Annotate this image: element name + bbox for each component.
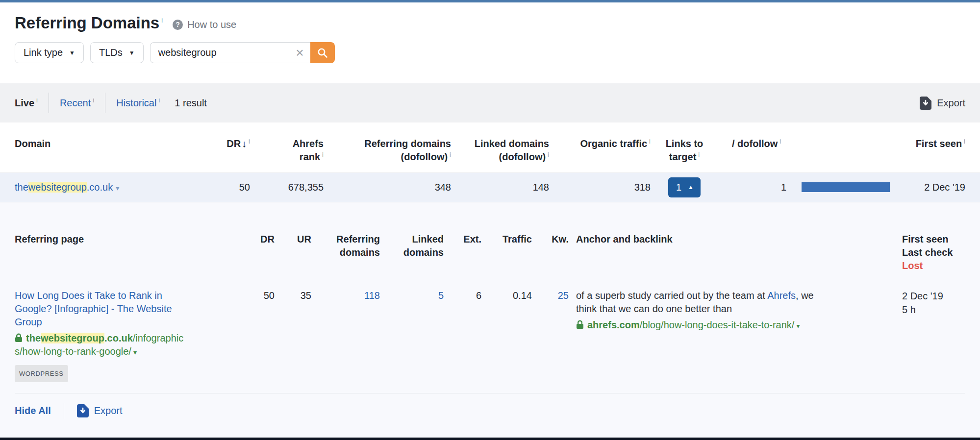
search-icon	[317, 47, 328, 59]
links-toggle-badge[interactable]: 1▲	[668, 177, 701, 197]
info-icon: i	[964, 138, 965, 145]
backlink-caret-icon[interactable]: ▾	[796, 322, 800, 330]
links-to-target-cell: 1▲	[651, 172, 718, 202]
dropdown-caret-icon: ▼	[69, 49, 75, 56]
tlds-label: TLDs	[99, 47, 123, 58]
dropdown-caret-icon: ▼	[129, 49, 135, 56]
how-to-use-label: How to use	[187, 19, 236, 30]
tab-live-label: Live	[15, 98, 34, 108]
linked-domains-value[interactable]: 5	[438, 290, 444, 301]
info-icon: i	[779, 138, 781, 145]
tab-divider	[105, 93, 105, 113]
footer-divider	[64, 403, 64, 419]
referring-page-cell: How Long Does it Take to Rank in Google?…	[0, 287, 221, 382]
linked-domains-link: 5	[380, 287, 444, 382]
backlink-path: /blog/how-long-does-it-take-to-rank/	[640, 319, 795, 330]
how-to-use-link[interactable]: ? How to use	[173, 19, 236, 30]
domain-caret-icon[interactable]: ▾	[116, 184, 119, 192]
col-header-first-seen[interactable]: First seenLast checkLost	[902, 202, 980, 287]
col-header-links-to-target[interactable]: Links totargeti	[651, 122, 718, 172]
col-header-referring-domains[interactable]: Referringdomains	[311, 202, 380, 287]
domain-cell: thewebsitegroup.co.uk▾	[0, 172, 221, 202]
domain-highlight: websitegroup	[28, 182, 87, 193]
kw-value[interactable]: 25	[558, 290, 569, 301]
tab-recent-label: Recent	[60, 98, 91, 108]
header-line: Referring domains	[324, 137, 451, 150]
col-header-ur[interactable]: UR	[275, 202, 311, 287]
search-input[interactable]	[150, 42, 310, 63]
link-type-dropdown[interactable]: Link type ▼	[15, 42, 84, 63]
header-line: Last check	[902, 246, 980, 259]
dofollow-ratio-bar	[802, 182, 890, 192]
anchor-text: of a superb study carried out by the tea…	[576, 290, 767, 301]
page-header: Referring Domainsi ? How to use	[0, 2, 980, 32]
col-header-domain[interactable]: Domain	[0, 122, 221, 172]
domain-row: thewebsitegroup.co.uk▾ 50 678,355 348 14…	[0, 172, 980, 202]
col-header-dr[interactable]: DR	[221, 202, 275, 287]
referring-page-link[interactable]: How Long Does it Take to Rank in Google?…	[15, 289, 187, 329]
header-line: Links to	[651, 137, 718, 150]
col-header-ahrefs-rank[interactable]: Ahrefsranki	[250, 122, 324, 172]
col-header-linked-domains[interactable]: Linked domains(dofollow)i	[451, 122, 549, 172]
header-line: target	[669, 151, 697, 162]
url-caret-icon[interactable]: ▾	[133, 348, 137, 356]
linked-domains-value: 148	[451, 172, 549, 202]
header-line: (dofollow)	[401, 151, 448, 162]
tab-historical-label: Historical	[116, 98, 156, 108]
clear-icon[interactable]: ×	[296, 46, 303, 60]
links-count: 1	[676, 182, 681, 192]
col-header-first-seen[interactable]: First seeni	[900, 122, 980, 172]
header-line: Ahrefs	[250, 137, 324, 150]
referring-domains-value[interactable]: 118	[364, 290, 380, 301]
traffic-value: 0.14	[481, 287, 532, 382]
col-header-ratio-bar	[789, 122, 900, 172]
domain-link[interactable]: thewebsitegroup.co.uk	[15, 182, 113, 193]
ratio-bar-cell	[789, 172, 900, 202]
col-header-dofollow[interactable]: / dofollowi	[718, 122, 789, 172]
header-line: Referring	[311, 233, 380, 246]
mode-tabbar: Livei Recenti Historicali 1 result Expor…	[0, 83, 980, 122]
footer-export-button[interactable]: Export	[77, 404, 123, 417]
export-icon	[77, 404, 89, 417]
tab-recent[interactable]: Recenti	[60, 98, 94, 109]
export-icon	[920, 97, 931, 110]
col-header-dr[interactable]: DR↓i	[221, 122, 250, 172]
col-header-traffic[interactable]: Traffic	[481, 202, 532, 287]
col-header-anchor[interactable]: Anchor and backlink	[569, 202, 902, 287]
kw-link: 25	[532, 287, 569, 382]
col-header-linked-domains[interactable]: Linkeddomains	[380, 202, 444, 287]
tab-live[interactable]: Livei	[15, 98, 38, 109]
info-icon: i	[161, 17, 163, 24]
col-header-referring-domains[interactable]: Referring domains(dofollow)i	[324, 122, 451, 172]
url-text: .co.uk	[104, 333, 133, 343]
results-count: 1 result	[175, 98, 207, 109]
ur-value: 35	[275, 287, 311, 382]
header-line: Linked	[380, 233, 444, 246]
organic-traffic-value: 318	[549, 172, 651, 202]
export-button[interactable]: Export	[920, 97, 965, 110]
tlds-dropdown[interactable]: TLDs ▼	[90, 42, 144, 63]
col-header-kw[interactable]: Kw.	[532, 202, 569, 287]
header-line: First seen	[902, 233, 980, 246]
info-icon: i	[649, 138, 651, 145]
ext-value: 6	[444, 287, 481, 382]
anchor-backlink-cell: of a superb study carried out by the tea…	[569, 287, 902, 382]
first-seen-cell: 2 Dec '19 5 h	[902, 287, 980, 382]
header-line: Linked domains	[451, 137, 549, 150]
search-button[interactable]	[310, 42, 335, 63]
tab-historical[interactable]: Historicali	[116, 98, 160, 109]
col-header-ext[interactable]: Ext.	[444, 202, 481, 287]
anchor-link[interactable]: Ahrefs	[767, 290, 796, 301]
backlink-domain: ahrefs.com	[587, 319, 640, 330]
col-header-organic-traffic[interactable]: Organic traffici	[549, 122, 651, 172]
hide-all-link[interactable]: Hide All	[15, 405, 51, 416]
header-line: First seen	[916, 138, 962, 149]
url-text: the	[26, 333, 41, 343]
bottom-edge-line	[0, 438, 980, 440]
col-header-dr-label: DR	[226, 138, 241, 149]
col-header-referring-page[interactable]: Referring page	[0, 202, 221, 287]
lock-icon	[15, 333, 23, 342]
platform-badge: WORDPRESS	[15, 365, 68, 382]
header-line: (dofollow)	[499, 151, 546, 162]
info-icon: i	[698, 151, 700, 158]
